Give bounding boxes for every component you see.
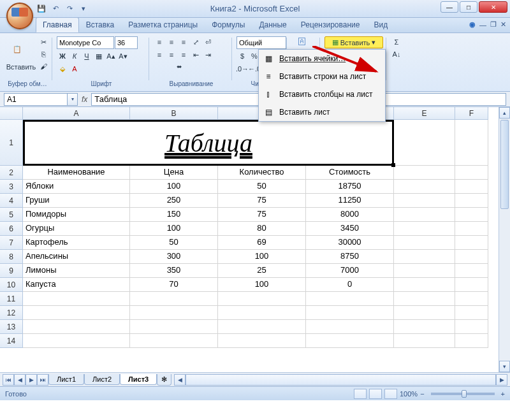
cell-name[interactable]: Помидоры [23, 208, 130, 222]
decrease-indent-icon[interactable]: ⇤ [190, 49, 201, 61]
align-left-icon[interactable]: ≡ [154, 49, 165, 61]
col-header-b[interactable]: B [130, 107, 218, 120]
view-pagebreak-icon[interactable] [384, 389, 397, 399]
cell-name[interactable]: Капуста [23, 278, 130, 292]
zoom-out-icon[interactable]: − [420, 390, 424, 398]
tab-view[interactable]: Вид [367, 17, 395, 33]
cut-icon[interactable]: ✂ [38, 36, 49, 48]
row-header-2[interactable]: 2 [0, 166, 23, 180]
menu-insert-cells[interactable]: ▦ Вставить ячейки… [259, 50, 385, 68]
cell-price[interactable]: 300 [130, 250, 218, 264]
cell-qty[interactable]: 50 [218, 180, 306, 194]
cell-price[interactable]: 70 [130, 278, 218, 292]
cell-cost[interactable]: 30000 [306, 236, 394, 250]
view-layout-icon[interactable] [369, 389, 382, 399]
name-box[interactable]: A1 [4, 93, 68, 106]
row-header-10[interactable]: 10 [0, 278, 23, 292]
sheet-nav-next[interactable]: ▶ [26, 374, 37, 386]
wb-close-icon[interactable]: ✕ [500, 20, 506, 29]
sort-filter-button[interactable]: A↓ [391, 48, 402, 60]
row-header-4[interactable]: 4 [0, 194, 23, 208]
cell-cost[interactable]: 3450 [306, 222, 394, 236]
insert-button[interactable]: ▦ Вставить ▾ [324, 36, 383, 48]
tab-page-layout[interactable]: Разметка страницы [121, 17, 205, 33]
cell-qty[interactable]: 80 [218, 222, 306, 236]
merge-center-button[interactable]: ⬌ [154, 62, 205, 71]
row-header-9[interactable]: 9 [0, 264, 23, 278]
zoom-slider[interactable] [431, 393, 495, 395]
row-header-12[interactable]: 12 [0, 306, 23, 320]
paste-button[interactable]: 📋 Вставить [6, 36, 36, 80]
wrap-text-icon[interactable]: ⏎ [202, 36, 214, 48]
office-button[interactable] [6, 3, 33, 29]
row-header-6[interactable]: 6 [0, 222, 23, 236]
cell-cost[interactable]: 8000 [306, 208, 394, 222]
cell-a1-merged[interactable]: Таблица [23, 120, 394, 166]
border-button[interactable]: ▦ [93, 50, 105, 62]
sheet-nav-prev[interactable]: ◀ [14, 374, 26, 386]
undo-icon[interactable]: ↶ [50, 3, 61, 15]
row-header-1[interactable]: 1 [0, 120, 23, 166]
cell-name[interactable]: Лимоны [23, 264, 130, 278]
sheet-nav-last[interactable]: ⏭ [37, 374, 48, 386]
align-right-icon[interactable]: ≡ [178, 49, 189, 61]
new-sheet-button[interactable]: ✻ [157, 374, 171, 386]
orientation-icon[interactable]: ⤢ [190, 36, 201, 48]
cell-price[interactable]: 100 [130, 180, 218, 194]
minimize-button[interactable]: — [441, 1, 458, 13]
cells-area[interactable]: Таблица Наименование Цена Количество Сто… [23, 120, 499, 372]
scroll-thumb[interactable] [500, 120, 509, 209]
tab-home[interactable]: Главная [36, 17, 79, 33]
increase-indent-icon[interactable]: ⇥ [202, 49, 214, 61]
select-all-corner[interactable] [0, 107, 23, 120]
format-painter-icon[interactable]: 🖌 [38, 61, 49, 72]
header-qty[interactable]: Количество [218, 166, 306, 180]
increase-font-icon[interactable]: A▴ [105, 50, 117, 62]
tab-review[interactable]: Рецензирование [294, 17, 367, 33]
zoom-level[interactable]: 100% [400, 390, 418, 398]
cell-name[interactable]: Яблоки [23, 180, 130, 194]
help-icon[interactable]: ◉ [469, 20, 476, 29]
underline-button[interactable]: Ч [81, 50, 92, 62]
cell-qty[interactable]: 69 [218, 236, 306, 250]
spreadsheet-grid[interactable]: A B C D E F 1 2 3 4 5 6 7 8 9 10 11 12 1… [0, 107, 510, 372]
copy-icon[interactable]: ⎘ [38, 48, 49, 60]
vertical-scrollbar[interactable]: ▴ ▾ [499, 107, 510, 372]
sheet-tab-3[interactable]: Лист3 [120, 374, 157, 385]
menu-insert-rows[interactable]: ≡ Вставить строки на лист [259, 68, 385, 85]
font-color-button[interactable]: A [69, 63, 80, 75]
sheet-nav-first[interactable]: ⏮ [3, 374, 14, 386]
decrease-font-icon[interactable]: A▾ [117, 50, 129, 62]
row-header-14[interactable]: 14 [0, 334, 23, 348]
cell-cost[interactable]: 0 [306, 278, 394, 292]
cell-cost[interactable]: 11250 [306, 194, 394, 208]
save-icon[interactable]: 💾 [36, 3, 47, 15]
qat-dropdown-icon[interactable]: ▾ [78, 3, 89, 15]
italic-button[interactable]: К [69, 50, 80, 62]
cell-cost[interactable]: 8750 [306, 250, 394, 264]
cell-price[interactable]: 150 [130, 208, 218, 222]
tab-data[interactable]: Данные [252, 17, 293, 33]
col-header-f[interactable]: F [455, 107, 488, 120]
cell-name[interactable]: Огурцы [23, 222, 130, 236]
sheet-tab-2[interactable]: Лист2 [84, 374, 120, 385]
align-middle-icon[interactable]: ≡ [166, 36, 177, 48]
view-normal-icon[interactable] [354, 389, 367, 399]
fx-icon[interactable]: fx [82, 95, 87, 104]
row-header-11[interactable]: 11 [0, 292, 23, 306]
align-bottom-icon[interactable]: ≡ [178, 36, 189, 48]
cell-name[interactable]: Картофель [23, 236, 130, 250]
header-price[interactable]: Цена [130, 166, 218, 180]
menu-insert-cols[interactable]: ⫿ Вставить столбцы на лист [259, 85, 385, 103]
col-header-e[interactable]: E [394, 107, 455, 120]
fill-color-button[interactable]: ⬙ [57, 63, 68, 75]
number-format-select[interactable] [237, 36, 286, 49]
row-header-3[interactable]: 3 [0, 180, 23, 194]
hscroll-left[interactable]: ◀ [174, 374, 186, 386]
scroll-up-icon[interactable]: ▴ [499, 107, 510, 119]
font-name-select[interactable] [57, 36, 114, 49]
align-top-icon[interactable]: ≡ [154, 36, 165, 48]
wb-restore-icon[interactable]: ❐ [490, 20, 497, 29]
row-header-8[interactable]: 8 [0, 250, 23, 264]
redo-icon[interactable]: ↷ [64, 3, 75, 15]
